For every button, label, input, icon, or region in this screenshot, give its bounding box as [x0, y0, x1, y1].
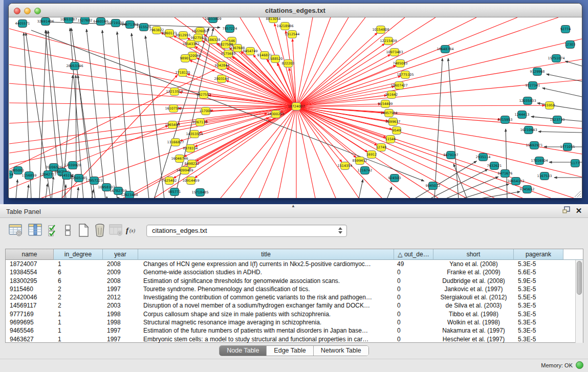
graph-edge[interactable] [77, 187, 78, 198]
column-header-title[interactable]: title [138, 249, 394, 260]
graph-edge[interactable] [132, 33, 149, 198]
graph-node-label: 14099489 [176, 168, 193, 172]
table-row[interactable]: 946362711997Embryonic stem cells: a mode… [6, 335, 583, 343]
scrollbar-thumb[interactable] [577, 261, 582, 295]
graph-edge[interactable] [547, 74, 582, 81]
graph-edge[interactable] [506, 129, 507, 198]
graph-edge[interactable] [296, 33, 377, 106]
cell-short: Wolkin et al. (1998) [433, 318, 514, 326]
graph-edge[interactable] [387, 187, 392, 198]
table-row[interactable]: 969969511998Structural magnetic resonanc… [6, 318, 583, 326]
table-row[interactable]: 911546021997Tourette syndrome. Phenomeno… [6, 285, 583, 293]
graph-edge[interactable] [259, 106, 296, 198]
column-header-in_degree[interactable]: in_degree [54, 249, 103, 260]
cell-title: Structural magnetic resonance image aver… [138, 318, 394, 326]
graph-node-label: 9129968 [530, 70, 545, 74]
graph-edge[interactable] [296, 106, 377, 145]
table-select[interactable]: citations_edges.txt [146, 225, 347, 237]
graph-node-label: 14957584 [380, 111, 397, 115]
table-row[interactable]: 977716911998Corpus callosum shape and si… [6, 310, 583, 318]
graph-edge[interactable] [9, 70, 215, 169]
table-row[interactable]: 1872400712008Changes of HCN gene express… [6, 260, 583, 268]
graph-edge[interactable] [296, 17, 313, 106]
graph-node-label: 8860123 [162, 31, 177, 35]
graph-edge[interactable] [240, 106, 296, 198]
graph-edge[interactable] [477, 192, 520, 198]
graph-edge[interactable] [434, 58, 442, 198]
table-panel-header: ▲ Table Panel ✕ [0, 204, 588, 218]
table-mode-button[interactable] [8, 223, 24, 238]
graph-edge[interactable] [565, 61, 582, 66]
graph-edge[interactable] [41, 118, 269, 198]
svg-text:f: f [126, 226, 129, 234]
graph-node-label: 10914459 [182, 179, 199, 183]
delete-column-button[interactable] [92, 223, 107, 238]
column-header-name[interactable]: name [6, 249, 54, 260]
graph-node-label: 12748 [376, 145, 387, 149]
column-header-year[interactable]: year [103, 249, 138, 260]
graph-edge[interactable] [538, 132, 582, 133]
memory-status-button[interactable]: Memory: OK [541, 362, 573, 368]
column-header-out_de[interactable]: △ out_de… [394, 249, 433, 260]
new-column-button[interactable] [76, 223, 91, 238]
tab-node-table[interactable]: Node Table [220, 346, 267, 356]
graph-node-label: 16210643 [520, 128, 537, 132]
graph-edge[interactable] [16, 180, 17, 198]
graph-edge[interactable] [70, 28, 83, 198]
select-all-button[interactable] [46, 223, 61, 238]
graph-edge[interactable] [52, 177, 53, 198]
network-canvas[interactable]: 4405571326914061065328715276026460160107… [9, 17, 582, 198]
table-row[interactable]: 2242004622012Investigating the contribut… [6, 293, 583, 301]
panel-float-button[interactable] [561, 206, 572, 215]
window-titlebar[interactable]: citations_edges.txt [9, 4, 582, 17]
graph-edge[interactable] [76, 75, 76, 169]
function-builder-button[interactable]: f (x) [125, 223, 140, 238]
graph-node-label: 9227341 [526, 83, 540, 87]
cell-short: Dudbridge et al. (2008) [433, 277, 514, 285]
graph-edge[interactable] [296, 17, 331, 106]
graph-edge[interactable] [278, 106, 296, 198]
graph-edge[interactable] [359, 180, 363, 198]
graph-edge[interactable] [221, 106, 296, 198]
graph-edge[interactable] [226, 68, 296, 106]
graph-edge[interactable] [195, 47, 296, 106]
unselect-all-button[interactable] [60, 223, 76, 238]
split-pane-grip[interactable]: ▲ [291, 204, 295, 208]
panel-close-button[interactable]: ✕ [574, 206, 584, 215]
tab-network-table[interactable]: Network Table [314, 346, 368, 356]
trash-icon [94, 223, 106, 237]
cell-year: 2012 [103, 293, 138, 301]
window-resize-grip[interactable] [575, 191, 581, 197]
graph-edge[interactable] [296, 106, 367, 152]
graph-edge[interactable] [296, 106, 522, 198]
graph-edge[interactable] [296, 17, 558, 106]
graph-node-label: 17957223 [85, 179, 102, 183]
graph-edge[interactable] [9, 106, 296, 144]
graph-edge[interactable] [194, 106, 296, 178]
graph-edge[interactable] [296, 17, 365, 106]
graph-edge[interactable] [117, 32, 131, 198]
table-row[interactable]: 1830029562008Estimation of significance … [6, 277, 583, 285]
graph-edge[interactable] [296, 17, 349, 106]
table-row[interactable]: 1456911722003Disruption of a novel membe… [6, 301, 583, 310]
table-vertical-scrollbar[interactable] [575, 260, 583, 343]
graph-node-label: 15958 [545, 103, 555, 107]
graph-edge[interactable] [542, 88, 582, 97]
cell-out_de: 0 [394, 268, 433, 276]
tab-edge-table[interactable]: Edge Table [267, 346, 313, 356]
graph-edge[interactable] [102, 30, 117, 198]
column-header-short[interactable]: short [433, 249, 514, 260]
show-columns-button[interactable] [28, 223, 43, 238]
graph-edge[interactable] [145, 36, 164, 198]
graph-edge[interactable] [154, 106, 296, 198]
table-row[interactable]: 946554611997Estimation of the future num… [6, 326, 583, 335]
delete-table-button[interactable] [108, 223, 124, 238]
cell-name: 9699695 [6, 318, 54, 326]
graph-edge[interactable] [296, 17, 435, 106]
cell-name: 9463627 [6, 335, 54, 343]
table-row[interactable]: 1938455462009Genome-wide association stu… [6, 268, 583, 276]
column-header-pagerank[interactable]: pagerank [514, 249, 563, 260]
graph-edge[interactable] [27, 185, 29, 198]
graph-edge[interactable] [123, 106, 296, 198]
graph-node-label: 13166827 [167, 140, 184, 144]
